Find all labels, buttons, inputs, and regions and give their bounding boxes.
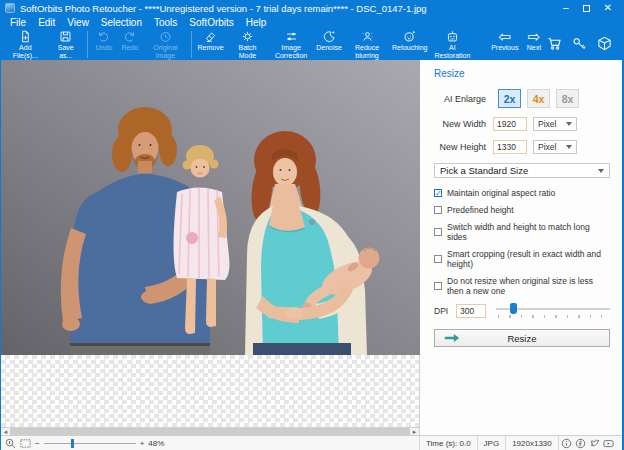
checkbox-maintain-aspect[interactable]: ✓ Maintain original aspect ratio (434, 188, 610, 198)
key-icon[interactable] (572, 36, 587, 51)
time-status: Time (s): 0.0 (420, 436, 478, 450)
chevron-down-icon (566, 122, 572, 126)
resize-arrow-icon (443, 333, 461, 343)
menu-softorbits[interactable]: SoftOrbits (183, 16, 239, 29)
fit-to-screen-icon[interactable] (20, 438, 31, 449)
zoom-percent: 48% (148, 439, 164, 448)
width-unit-select[interactable]: Pixel (533, 117, 577, 131)
close-button[interactable]: ✕ (604, 3, 612, 13)
save-as-button[interactable]: Save as... (48, 30, 84, 59)
retouching-button[interactable]: Retouching (389, 30, 429, 52)
image-canvas[interactable]: ◂ ▸ (1, 60, 420, 435)
menu-file[interactable]: File (4, 16, 32, 29)
facebook-icon[interactable] (575, 438, 586, 449)
crescent-icon (323, 30, 336, 43)
horizontal-scrollbar[interactable]: ◂ ▸ (1, 427, 419, 435)
menu-selection[interactable]: Selection (95, 16, 148, 29)
next-button[interactable]: ⇨ Next (521, 30, 547, 52)
app-window: SoftOrbits Photo Retoucher - ****Unregis… (0, 0, 624, 450)
window-title: SoftOrbits Photo Retoucher - ****Unregis… (20, 3, 563, 14)
menu-edit[interactable]: Edit (32, 16, 61, 29)
undo-icon (97, 30, 110, 43)
dpi-label: DPI (434, 306, 450, 316)
save-icon (59, 30, 72, 43)
chevron-down-icon (566, 145, 572, 149)
remove-button[interactable]: Remove (195, 30, 226, 52)
undo-button: Undo (91, 30, 117, 52)
slider-handle[interactable] (510, 303, 517, 314)
checkbox-icon[interactable]: ✓ (434, 189, 442, 197)
format-status: JPG (478, 436, 507, 450)
checkbox-no-upscale[interactable]: Do not resize when original size is less… (434, 276, 610, 296)
reduce-blurring-button[interactable]: Reduce blurring (345, 30, 390, 59)
toolbar: Add File(s)... Save as... Undo Redo Orig… (1, 29, 622, 60)
slider-ticks (498, 315, 608, 318)
toolbar-separator (87, 31, 88, 58)
redo-button: Redo (117, 30, 143, 52)
maximize-button[interactable] (583, 5, 590, 12)
height-unit-select[interactable]: Pixel (533, 140, 577, 154)
redo-icon (123, 30, 136, 43)
status-bar: − + 48% Time (s): 0.0 JPG 1920x1330 (1, 435, 622, 450)
checkbox-icon[interactable] (434, 282, 442, 290)
zoom-actual-icon[interactable] (5, 438, 16, 449)
new-height-input[interactable] (493, 140, 527, 154)
scroll-right-arrow[interactable]: ▸ (410, 428, 419, 435)
add-files-button[interactable]: Add File(s)... (3, 30, 48, 59)
checkbox-predefined-height[interactable]: Predefined height (434, 205, 610, 215)
menu-view[interactable]: View (61, 16, 95, 29)
checkbox-switch-width-height[interactable]: Switch width and height to match long si… (434, 222, 610, 242)
new-width-input[interactable] (493, 117, 527, 131)
arrow-right-icon: ⇨ (528, 30, 541, 43)
title-bar: SoftOrbits Photo Retoucher - ****Unregis… (1, 0, 622, 16)
dpi-slider[interactable] (496, 303, 610, 319)
transparent-canvas-area (1, 355, 419, 427)
zoom-slider-handle[interactable] (71, 439, 74, 448)
sliders-icon (285, 30, 298, 43)
standard-size-select[interactable]: Pick a Standard Size (434, 163, 610, 178)
checkbox-icon[interactable] (434, 206, 442, 214)
image-correction-button[interactable]: Image Correction (269, 30, 314, 59)
chevron-down-icon (598, 169, 604, 173)
resize-button[interactable]: Resize (434, 329, 610, 347)
panel-title: Resize (434, 68, 610, 79)
menu-help[interactable]: Help (240, 16, 273, 29)
youtube-icon[interactable] (603, 438, 614, 449)
ai-restoration-button[interactable]: AI Restoration (430, 30, 475, 59)
batch-mode-button[interactable]: Batch Mode (226, 30, 268, 59)
info-icon[interactable] (561, 438, 572, 449)
scroll-left-arrow[interactable]: ◂ (1, 428, 10, 435)
app-icon (5, 3, 15, 13)
ai-enlarge-label: AI Enlarge (434, 94, 486, 104)
dpi-input[interactable] (456, 304, 486, 318)
scrollbar-thumb[interactable] (10, 428, 410, 435)
photo-viewport[interactable] (1, 60, 419, 355)
resize-panel: Resize AI Enlarge 2x 4x 8x New Width Pix… (420, 60, 622, 435)
ai-enlarge-8x-button: 8x (556, 89, 579, 108)
toolbar-separator (191, 31, 192, 58)
ai-enlarge-4x-button[interactable]: 4x (527, 89, 550, 108)
gear-icon (241, 30, 254, 43)
original-image-button: Original Image (143, 30, 188, 59)
twitter-icon[interactable] (589, 438, 600, 449)
family-photo (1, 60, 420, 355)
new-width-label: New Width (434, 119, 486, 129)
zoom-slider[interactable] (44, 443, 136, 444)
minimize-button[interactable]: – (563, 3, 569, 13)
checkbox-smart-cropping[interactable]: Smart cropping (result in exact width an… (434, 249, 610, 269)
checkbox-icon[interactable] (434, 255, 442, 263)
arrow-left-icon: ⇦ (498, 30, 511, 43)
cart-icon[interactable] (547, 36, 562, 51)
person-dots-icon (361, 30, 374, 43)
zoom-out-button[interactable]: − (35, 439, 40, 448)
checkbox-icon[interactable] (434, 228, 442, 236)
add-file-icon (19, 30, 32, 43)
previous-button[interactable]: ⇦ Previous (489, 30, 522, 52)
history-clock-icon (159, 30, 172, 43)
ai-enlarge-2x-button[interactable]: 2x (498, 89, 521, 108)
denoise-button[interactable]: Denoise (314, 30, 345, 52)
menu-tools[interactable]: Tools (148, 16, 183, 29)
zoom-in-button[interactable]: + (140, 439, 145, 448)
new-height-label: New Height (434, 142, 486, 152)
package-icon[interactable] (597, 36, 612, 51)
